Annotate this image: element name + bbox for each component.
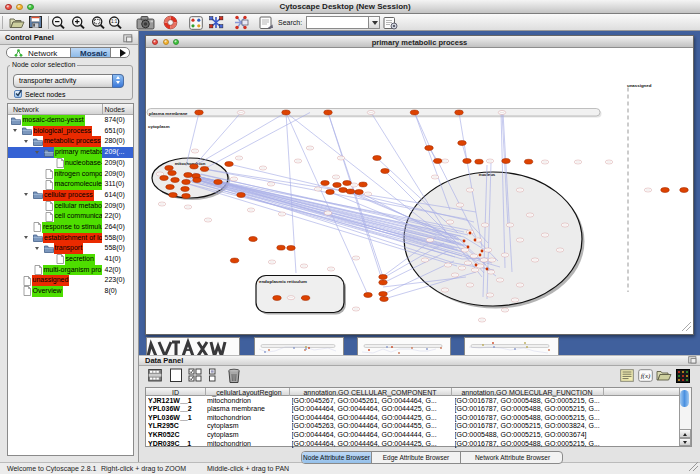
svg-text:mitochondrion: mitochondrion [175,161,206,166]
svg-text:unassigned: unassigned [627,83,652,88]
svg-text:f(x): f(x) [641,372,651,380]
svg-text:cytoplasm: cytoplasm [148,124,170,129]
svg-text:endoplasmic reticulum: endoplasmic reticulum [259,279,307,284]
svg-text:plasma membrane: plasma membrane [149,111,188,116]
svg-text:1:1: 1:1 [111,19,118,24]
svg-text:nucleus: nucleus [479,172,496,177]
